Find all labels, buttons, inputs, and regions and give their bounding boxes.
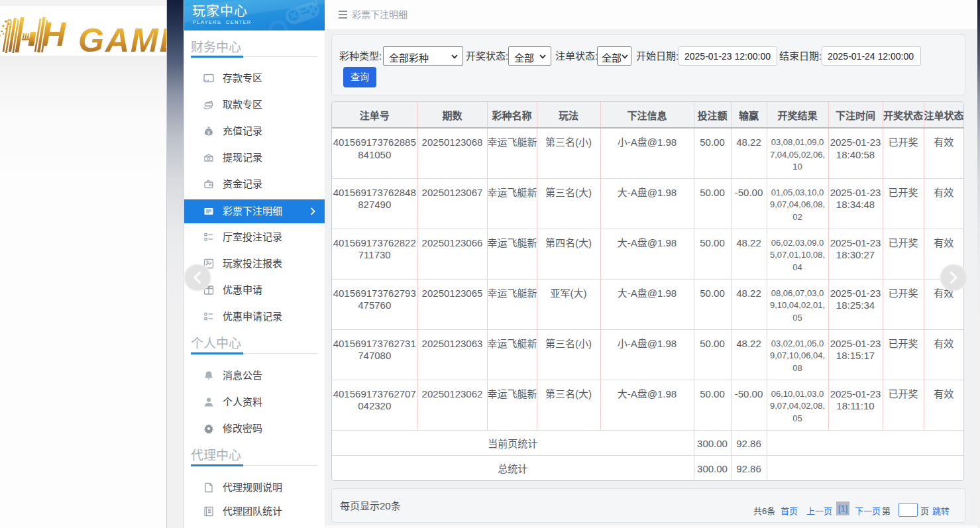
svg-text:GAME: GAME — [78, 22, 166, 56]
svg-text:H: H — [42, 17, 66, 53]
